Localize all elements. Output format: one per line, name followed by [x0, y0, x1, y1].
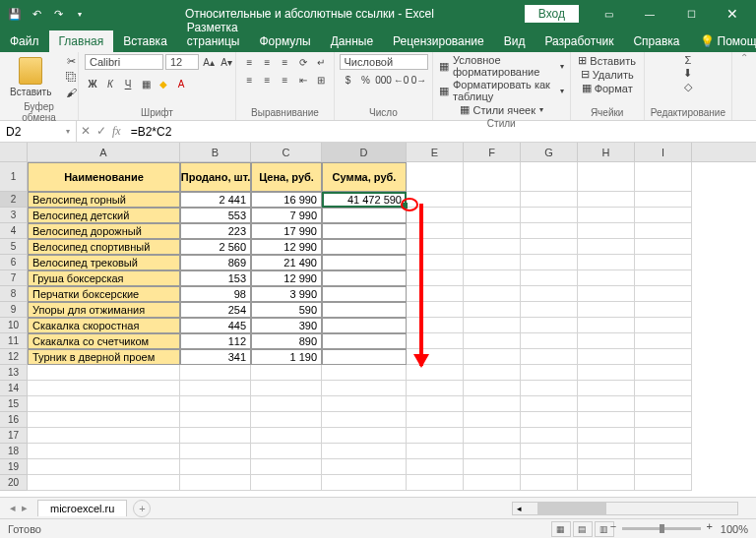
collapse-ribbon-icon[interactable]: ⌃	[732, 52, 756, 120]
tab-formulas[interactable]: Формулы	[249, 30, 320, 52]
cell[interactable]	[521, 381, 578, 396]
row-header[interactable]: 17	[0, 428, 28, 444]
cell[interactable]	[521, 239, 578, 255]
cell[interactable]	[322, 286, 407, 302]
cell[interactable]	[28, 444, 180, 459]
cell[interactable]	[407, 302, 464, 318]
add-sheet-button[interactable]: +	[133, 500, 151, 517]
cell[interactable]	[578, 162, 635, 192]
row-header[interactable]: 3	[0, 208, 28, 223]
zoom-thumb[interactable]	[660, 524, 664, 533]
cell[interactable]	[578, 255, 635, 270]
cell[interactable]: Перчатки боксерские	[28, 286, 180, 302]
cell[interactable]	[464, 412, 521, 428]
row-header[interactable]: 13	[0, 365, 28, 381]
cell[interactable]	[521, 192, 578, 208]
cell[interactable]	[28, 396, 180, 412]
cell[interactable]	[180, 475, 251, 491]
cell[interactable]	[464, 365, 521, 381]
cell[interactable]	[521, 270, 578, 286]
tab-help[interactable]: Справка	[623, 30, 689, 52]
align-right-icon[interactable]: ≡	[278, 72, 293, 88]
cell[interactable]	[635, 255, 692, 270]
cell[interactable]: 41 472 590	[322, 192, 407, 208]
cell[interactable]	[322, 270, 407, 286]
cell[interactable]: Сумма, руб.	[322, 162, 407, 192]
increase-font-icon[interactable]: A▴	[201, 54, 217, 70]
maximize-icon[interactable]: ☐	[671, 0, 711, 28]
cell[interactable]	[521, 333, 578, 349]
cell[interactable]	[521, 459, 578, 475]
cell[interactable]	[464, 475, 521, 491]
accounting-icon[interactable]: $	[341, 72, 356, 88]
cell[interactable]	[464, 192, 521, 208]
cell[interactable]	[521, 444, 578, 459]
cell[interactable]	[28, 381, 180, 396]
cell[interactable]	[521, 428, 578, 444]
cell[interactable]	[407, 381, 464, 396]
italic-button[interactable]: К	[102, 76, 118, 91]
cell[interactable]	[635, 444, 692, 459]
cell[interactable]: 3 990	[251, 286, 322, 302]
cell[interactable]	[322, 459, 407, 475]
number-format-select[interactable]: Числовой	[340, 54, 428, 70]
row-header[interactable]: 8	[0, 286, 28, 302]
close-icon[interactable]: ✕	[713, 0, 752, 28]
cell[interactable]	[180, 365, 251, 381]
cell[interactable]: Продано, шт.	[180, 162, 251, 192]
cell[interactable]	[578, 302, 635, 318]
cell[interactable]	[464, 208, 521, 223]
cell[interactable]	[464, 396, 521, 412]
cell[interactable]	[578, 333, 635, 349]
orientation-icon[interactable]: ⟳	[295, 54, 311, 70]
zoom-slider[interactable]	[622, 527, 701, 530]
cell[interactable]	[635, 459, 692, 475]
font-size-select[interactable]: 12	[165, 54, 199, 70]
cell[interactable]	[251, 475, 322, 491]
cell[interactable]	[407, 318, 464, 333]
cell[interactable]	[464, 444, 521, 459]
cell[interactable]	[464, 270, 521, 286]
cell[interactable]	[28, 412, 180, 428]
cell[interactable]	[464, 239, 521, 255]
cell[interactable]	[635, 396, 692, 412]
cut-icon[interactable]: ✂	[63, 54, 79, 68]
cell[interactable]	[464, 162, 521, 192]
row-header[interactable]: 19	[0, 459, 28, 475]
row-header[interactable]: 7	[0, 270, 28, 286]
cell[interactable]: Скакалка со счетчиком	[28, 333, 180, 349]
cell[interactable]	[464, 286, 521, 302]
font-name-select[interactable]: Calibri	[85, 54, 163, 70]
cell[interactable]	[635, 428, 692, 444]
merge-icon[interactable]: ⊞	[313, 72, 329, 88]
row-header[interactable]: 18	[0, 444, 28, 459]
cell[interactable]	[521, 286, 578, 302]
format-cells-button[interactable]: ▦Формат	[582, 82, 633, 94]
row-header[interactable]: 2	[0, 192, 28, 208]
tab-layout[interactable]: Разметка страницы	[177, 17, 250, 52]
cell[interactable]	[407, 286, 464, 302]
cell[interactable]: 223	[180, 223, 251, 239]
cell[interactable]	[464, 318, 521, 333]
cell[interactable]	[322, 333, 407, 349]
cell[interactable]	[578, 223, 635, 239]
spreadsheet-grid[interactable]: A B C D E F G H I 1234567891011121314151…	[0, 143, 756, 497]
cell[interactable]: 341	[180, 349, 251, 365]
cell[interactable]: 445	[180, 318, 251, 333]
cell[interactable]	[251, 396, 322, 412]
cell[interactable]	[635, 270, 692, 286]
cell[interactable]	[521, 412, 578, 428]
name-box[interactable]: D2	[0, 121, 77, 142]
align-top-icon[interactable]: ≡	[242, 54, 258, 70]
cell[interactable]: 890	[251, 333, 322, 349]
cell[interactable]	[635, 381, 692, 396]
cell[interactable]	[407, 239, 464, 255]
page-layout-view-icon[interactable]: ▤	[573, 521, 593, 537]
cell[interactable]	[578, 208, 635, 223]
col-header[interactable]: A	[28, 143, 180, 161]
cell[interactable]: 21 490	[251, 255, 322, 270]
cell[interactable]	[521, 318, 578, 333]
cell[interactable]	[521, 302, 578, 318]
cell[interactable]: 98	[180, 286, 251, 302]
cell[interactable]: 553	[180, 208, 251, 223]
